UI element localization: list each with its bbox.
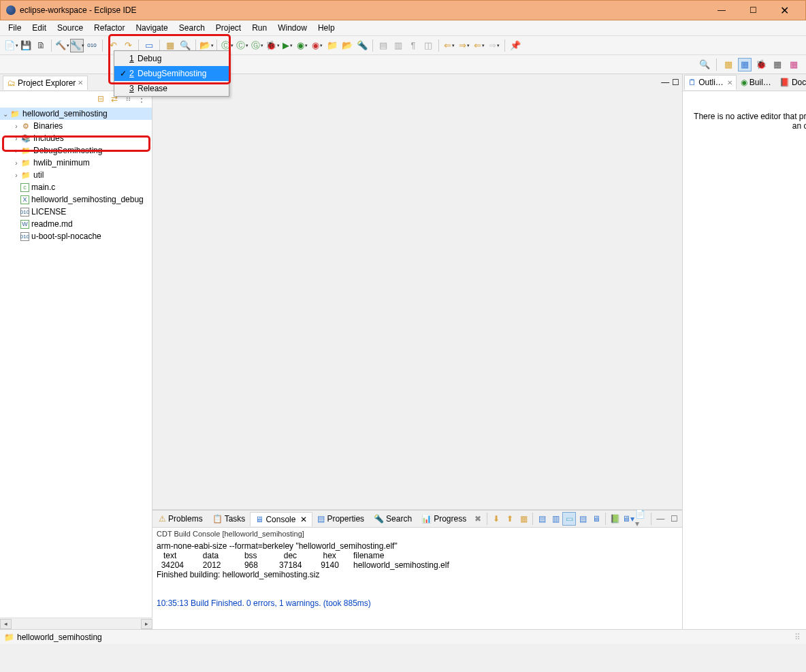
build-config-dropdown[interactable]: 1 Debug✓2 DebugSemihosting3 Release xyxy=(114,50,229,97)
right-tab-buil[interactable]: ◉Buil… xyxy=(737,75,775,90)
separator xyxy=(159,39,160,52)
menu-run[interactable]: Run xyxy=(246,21,272,35)
editor-minimize-button[interactable]: — xyxy=(661,78,669,87)
editor-maximize-button[interactable]: ☐ xyxy=(672,78,679,87)
tree-item-main-c[interactable]: cmain.c xyxy=(0,181,152,193)
bottom-tab-search[interactable]: 🔦Search xyxy=(369,512,417,526)
separator xyxy=(716,59,717,71)
java-perspective-button[interactable]: ▦ xyxy=(771,58,784,71)
right-tab-doc[interactable]: 📕Doc… xyxy=(775,75,806,90)
bottom-minimize-button[interactable]: — xyxy=(654,512,667,526)
collapse-all-button[interactable]: ⊟ xyxy=(95,93,107,105)
new-button[interactable]: 📄▾ xyxy=(4,39,18,52)
tree-root[interactable]: ⌄📁helloworld_semihosting xyxy=(0,108,152,120)
word-wrap-button[interactable]: ▤ xyxy=(576,512,590,526)
profile-button[interactable]: ◉▾ xyxy=(310,39,324,52)
console-output[interactable]: arm-none-eabi-size --format=berkeley "he… xyxy=(152,540,682,629)
c-perspective-button[interactable]: ▦ xyxy=(738,58,752,71)
run-button[interactable]: ▶▾ xyxy=(280,39,294,52)
build-config-option-debugsemihosting[interactable]: ✓2 DebugSemihosting xyxy=(114,66,229,81)
scroll-track[interactable] xyxy=(12,619,141,629)
remove-launch-button[interactable]: ✖ xyxy=(471,512,485,526)
bottom-tab-properties[interactable]: ▤Properties xyxy=(312,512,369,526)
show-console-button[interactable]: 🖥 xyxy=(590,512,603,526)
open-perspective-button[interactable]: ▦ xyxy=(722,58,735,71)
build-button[interactable]: 🔨▾ xyxy=(55,39,69,52)
tree-item-u-boot-spl-nocache[interactable]: 010u-boot-spl-nocache xyxy=(0,230,152,242)
prev-annotation-button[interactable]: ▥ xyxy=(391,39,405,52)
tree-item-license[interactable]: 010LICENSE xyxy=(0,206,152,218)
scroll-up-button[interactable]: ⬇ xyxy=(489,512,503,526)
nav-back-button[interactable]: ⇐▾ xyxy=(472,39,486,52)
bottom-tabs: ⚠Problems📋Tasks🖥Console✕▤Properties🔦Sear… xyxy=(152,511,682,528)
new-source-button[interactable]: Ⓖ▾ xyxy=(251,39,264,52)
bottom-tab-problems[interactable]: ⚠Problems xyxy=(154,512,208,526)
close-tab-icon[interactable]: ✕ xyxy=(78,79,83,86)
tree-item-debugsemihosting[interactable]: ›📁DebugSemihosting xyxy=(0,144,152,157)
pin-console-button[interactable]: ▤ xyxy=(535,512,549,526)
menu-file[interactable]: File xyxy=(3,21,27,35)
tree-item-hwlib-minimum[interactable]: ›📁hwlib_minimum xyxy=(0,157,152,169)
bottom-tab-progress[interactable]: 📊Progress xyxy=(417,512,471,526)
debug-button[interactable]: 🐞▾ xyxy=(265,39,279,52)
window-title: eclipse-workspace - Eclipse IDE xyxy=(20,5,706,15)
scroll-right-button[interactable]: ▸ xyxy=(141,619,152,629)
menu-edit[interactable]: Edit xyxy=(27,21,52,35)
footer-project-label: helloworld_semihosting xyxy=(17,633,102,642)
scroll-lock-button[interactable]: ▭ xyxy=(562,512,576,526)
right-panel: 🗒Outli…✕◉Buil…📕Doc…—☐ ⛶ ⋮ There is no ac… xyxy=(682,74,806,629)
menu-project[interactable]: Project xyxy=(210,21,246,35)
pin-button[interactable]: 📌 xyxy=(509,39,522,52)
menu-source[interactable]: Source xyxy=(52,21,88,35)
pilcrow-button[interactable]: ¶ xyxy=(406,39,420,52)
right-tab-outli[interactable]: 🗒Outli…✕ xyxy=(684,75,737,90)
forward-button[interactable]: ⇒▾ xyxy=(457,39,471,52)
tree-item-util[interactable]: ›📁util xyxy=(0,169,152,181)
scroll-down-button[interactable]: ⬆ xyxy=(503,512,517,526)
close-tab-icon[interactable]: ✕ xyxy=(727,79,732,86)
scroll-left-button[interactable]: ◂ xyxy=(0,619,12,629)
bottom-tab-console[interactable]: 🖥Console✕ xyxy=(250,512,312,526)
external-button[interactable]: 📁 xyxy=(325,39,339,52)
menu-window[interactable]: Window xyxy=(272,21,312,35)
tree-item-readme-md[interactable]: Wreadme.md xyxy=(0,218,152,230)
build-config-button[interactable]: 🔧▾ xyxy=(70,39,84,52)
minimize-button[interactable]: — xyxy=(706,1,737,20)
tree-item-helloworld-semihosting-debug[interactable]: Xhelloworld_semihosting_debug xyxy=(0,193,152,206)
save-all-button[interactable]: 🗎 xyxy=(34,39,48,52)
binary-button[interactable]: 010 xyxy=(85,39,99,52)
nav-forward-button[interactable]: ⇒▾ xyxy=(487,39,501,52)
other-perspective-button[interactable]: ▦ xyxy=(787,58,801,71)
bottom-tab-tasks[interactable]: 📋Tasks xyxy=(208,512,251,526)
close-button[interactable]: ✕ xyxy=(769,1,800,20)
clear-console-button[interactable]: ▦ xyxy=(517,512,530,526)
display-button[interactable]: ▥ xyxy=(549,512,562,526)
save-button[interactable]: 💾 xyxy=(19,39,33,52)
open-folder-button[interactable]: 📂 xyxy=(340,39,354,52)
menu-search[interactable]: Search xyxy=(174,21,210,35)
close-tab-icon[interactable]: ✕ xyxy=(300,515,307,524)
menu-refactor[interactable]: Refactor xyxy=(88,21,130,35)
select-console-button[interactable]: 📄▾ xyxy=(635,512,649,526)
tree-item-includes[interactable]: ›📚Includes xyxy=(0,132,152,144)
open-console-button[interactable]: 📗 xyxy=(608,512,622,526)
debug-perspective-button[interactable]: 🐞 xyxy=(754,58,768,71)
next-annotation-button[interactable]: ▤ xyxy=(376,39,390,52)
maximize-button[interactable]: ☐ xyxy=(737,1,769,20)
bottom-maximize-button[interactable]: ☐ xyxy=(667,512,681,526)
menu-navigate[interactable]: Navigate xyxy=(130,21,173,35)
build-config-option-debug[interactable]: 1 Debug xyxy=(114,51,229,66)
toggle-button[interactable]: ◫ xyxy=(421,39,435,52)
new-class-button[interactable]: Ⓒ▾ xyxy=(236,39,249,52)
search3-button[interactable]: 🔦 xyxy=(355,39,369,52)
new-console-button[interactable]: 🖥▾ xyxy=(622,512,635,526)
project-explorer-tab[interactable]: 🗂 Project Explorer ✕ xyxy=(3,76,88,90)
menu-help[interactable]: Help xyxy=(312,21,340,35)
coverage-button[interactable]: ◉▾ xyxy=(295,39,309,52)
project-tree[interactable]: ⌄📁helloworld_semihosting›⚙Binaries›📚Incl… xyxy=(0,106,152,618)
tree-item-binaries[interactable]: ›⚙Binaries xyxy=(0,120,152,132)
horizontal-scrollbar[interactable]: ◂ ▸ xyxy=(0,618,152,629)
quick-access-button[interactable]: 🔍 xyxy=(698,58,711,71)
back-button[interactable]: ⇐▾ xyxy=(442,39,456,52)
build-config-option-release[interactable]: 3 Release xyxy=(114,81,229,96)
